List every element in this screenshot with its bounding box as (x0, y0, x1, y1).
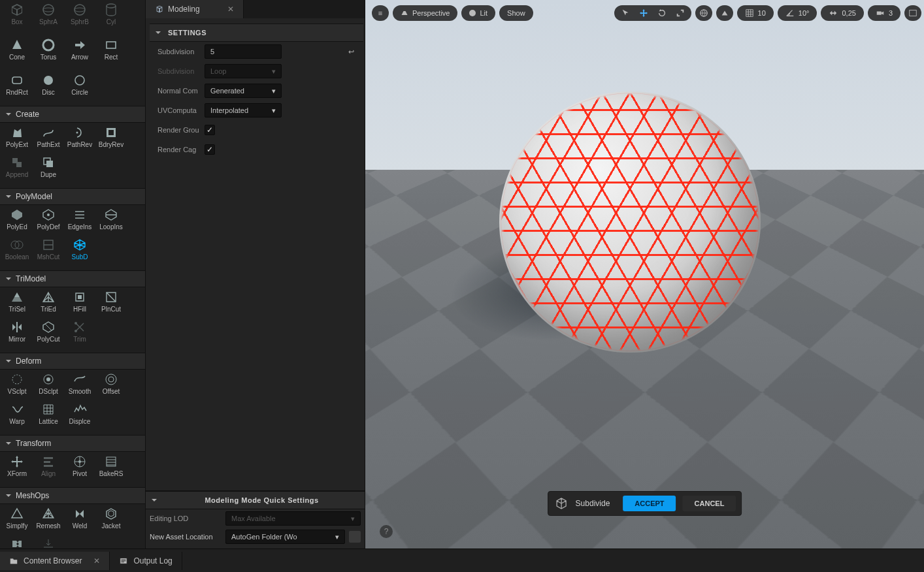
tool-displce[interactable]: Displce (65, 402, 95, 431)
input-subdivision[interactable] (205, 44, 282, 59)
scale-snap-button[interactable]: 0,25 (821, 5, 863, 21)
tool-jacket[interactable]: Jacket (96, 507, 126, 535)
tool-plncut-label: PlnCut (101, 306, 121, 313)
tool-disc[interactable]: Disc (33, 73, 63, 102)
viewport-show-button[interactable]: Show (499, 5, 533, 21)
viewport[interactable]: ≡ Perspective Lit Show (365, 0, 924, 548)
tab-modeling[interactable]: Modeling ✕ (146, 0, 244, 18)
grid-snap-button[interactable]: 10 (737, 5, 774, 21)
coord-space-button[interactable] (695, 5, 712, 21)
checkbox-rendergroup[interactable] (205, 125, 215, 135)
tool-torus[interactable]: Torus (33, 38, 63, 67)
group-header-transform[interactable]: Transform (0, 435, 145, 452)
select-editing-lod[interactable]: Max Available ▾ (225, 511, 361, 526)
tool-pathrev[interactable]: PathRev (65, 125, 95, 154)
section-settings-header[interactable]: SETTINGS (150, 24, 363, 42)
select-new-asset-location[interactable]: AutoGen Folder (Wo ▾ (225, 530, 345, 544)
tool-mirror[interactable]: Mirror (2, 320, 32, 349)
tool-pathext[interactable]: PathExt (33, 125, 63, 154)
tool-smooth-label: Smooth (69, 388, 91, 395)
tool-polyed[interactable]: PolyEd (2, 208, 32, 236)
tab-close-icon[interactable]: ✕ (227, 5, 234, 14)
tool-sphra[interactable]: SphrA (33, 3, 63, 31)
tool-cone[interactable]: Cone (2, 38, 32, 67)
group-header-deform[interactable]: Deform (0, 353, 145, 370)
group-header-meshops[interactable]: MeshOps (0, 487, 145, 504)
tool-remesh-label: Remesh (36, 522, 60, 530)
help-icon[interactable]: ? (380, 525, 393, 538)
accept-button[interactable]: ACCEPT (623, 496, 676, 511)
tab-content-browser[interactable]: Content Browser ✕ (0, 552, 110, 570)
tab-output-log[interactable]: Output Log (110, 552, 182, 570)
tool-polyext[interactable]: PolyExt (2, 125, 32, 154)
svg-point-18 (74, 330, 77, 332)
tool-polycut[interactable]: PolyCut (33, 320, 63, 349)
tool-append[interactable]: Append (2, 155, 32, 184)
tool-vsclpt[interactable]: VSclpt (2, 372, 32, 401)
tool-boolean[interactable]: Boolean (2, 238, 32, 266)
tool-tried[interactable]: TriEd (33, 290, 63, 319)
tool-polydef[interactable]: PolyDef (33, 208, 63, 236)
select-normal-value: Generated (210, 87, 244, 95)
tool-remesh[interactable]: Remesh (33, 507, 63, 535)
checkbox-rendercage[interactable] (205, 144, 215, 155)
color-swatch[interactable] (349, 531, 361, 543)
tool-dupe[interactable]: Dupe (33, 155, 63, 184)
move-tool-icon[interactable] (635, 7, 652, 19)
tool-trim[interactable]: Trim (65, 320, 95, 349)
group-header-polymodel[interactable]: PolyModel (0, 188, 145, 205)
tool-arrow[interactable]: Arrow (65, 38, 95, 67)
viewport-perspective-button[interactable]: Perspective (393, 5, 457, 21)
tool-loopins[interactable]: LoopIns (96, 208, 126, 236)
tool-cyl[interactable]: Cyl (96, 3, 126, 31)
tool-mshcut[interactable]: MshCut (33, 238, 63, 266)
tool-dsclpt[interactable]: DSclpt (33, 372, 63, 401)
tool-project[interactable]: Project (33, 537, 63, 548)
tool-simplfy[interactable]: Simplfy (2, 507, 32, 535)
scale-tool-icon[interactable] (672, 7, 689, 19)
cancel-button[interactable]: CANCEL (683, 496, 736, 511)
tool-bdryrev[interactable]: BdryRev (96, 125, 126, 154)
rotate-tool-icon[interactable] (653, 7, 670, 19)
tool-offset[interactable]: Offset (96, 372, 126, 401)
tool-displce-label: Displce (69, 418, 91, 425)
tool-sphrb[interactable]: SphrB (65, 3, 95, 31)
viewport-sphere[interactable] (499, 91, 761, 353)
tool-merge[interactable]: Merge (2, 537, 32, 548)
select-tool-icon[interactable] (617, 7, 634, 19)
group-header-trimodel[interactable]: TriModel (0, 270, 145, 287)
quick-settings-header[interactable]: Modeling Mode Quick Settings (146, 491, 365, 509)
lattice-icon (41, 402, 56, 417)
tool-rect[interactable]: Rect (96, 38, 126, 67)
tool-torus-label: Torus (41, 54, 56, 61)
viewport-layout-button[interactable] (904, 5, 921, 21)
tool-subd[interactable]: SubD (65, 238, 95, 266)
toolbox-panel[interactable]: BoxSphrASphrBCylConeTorusArrowRectRndRct… (0, 0, 145, 548)
tool-plncut[interactable]: PlnCut (96, 290, 126, 319)
svg-rect-13 (46, 161, 53, 167)
tool-warp[interactable]: Warp (2, 402, 32, 431)
tool-circle[interactable]: Circle (65, 73, 95, 102)
tool-align[interactable]: Align (33, 454, 63, 483)
select-normal[interactable]: Generated ▾ (205, 84, 282, 98)
revert-subdivision-icon[interactable]: ↩ (344, 44, 358, 59)
tool-bakers[interactable]: BakeRS (96, 454, 126, 483)
viewport-lit-button[interactable]: Lit (461, 5, 495, 21)
angle-snap-button[interactable]: 10° (778, 5, 817, 21)
tool-edgeins[interactable]: EdgeIns (65, 208, 95, 236)
tool-trisel[interactable]: TriSel (2, 290, 32, 319)
camera-speed-button[interactable]: 3 (868, 5, 900, 21)
tool-weld[interactable]: Weld (65, 507, 95, 535)
tool-hfill[interactable]: HFill (65, 290, 95, 319)
tool-smooth[interactable]: Smooth (65, 372, 95, 401)
group-header-create[interactable]: Create (0, 106, 145, 123)
snap-surface-button[interactable] (716, 5, 733, 21)
tab-close-icon[interactable]: ✕ (93, 556, 100, 565)
tool-xform[interactable]: XForm (2, 454, 32, 483)
tool-box[interactable]: Box (2, 3, 32, 31)
tool-pivot[interactable]: Pivot (65, 454, 95, 483)
viewport-menu-button[interactable]: ≡ (372, 5, 389, 21)
select-uv[interactable]: Interpolated ▾ (205, 103, 282, 118)
tool-rndrct[interactable]: RndRct (2, 73, 32, 102)
tool-lattice[interactable]: Lattice (33, 402, 63, 431)
